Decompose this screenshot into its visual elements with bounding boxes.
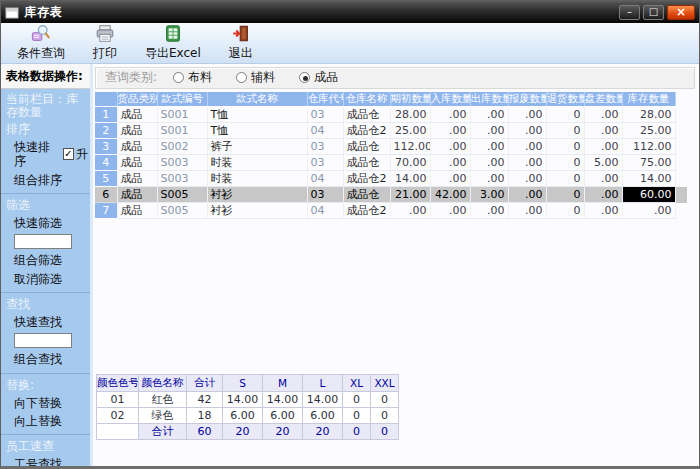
table-row[interactable]: 7成品S005衬衫04成品仓2.00.00.00.000.00.00	[95, 203, 687, 219]
replace-section-title: 替换:	[1, 377, 90, 394]
col-scrap-qty[interactable]: 报废数量	[508, 92, 546, 107]
divider	[1, 193, 90, 194]
sidebar-header: 表格数据操作:	[1, 64, 90, 89]
row-number[interactable]: 4	[95, 155, 117, 171]
title-bar: 库存表 – □ ×	[1, 1, 699, 23]
row-number[interactable]: 6	[95, 187, 117, 203]
query-condition-button[interactable]: 条件查询	[13, 23, 69, 62]
find-section-title: 查找	[1, 296, 90, 313]
empty-grid-area	[95, 219, 695, 374]
col-return-qty[interactable]: 退货数量	[546, 92, 584, 107]
summary-row: 02绿色186.006.006.0000	[97, 408, 399, 424]
table-row[interactable]: 5成品S003时装04成品仓214.00.00.00.000.0014.00	[95, 171, 687, 187]
quick-sort-label: 快速排序	[14, 140, 59, 169]
replace-up-item[interactable]: 向上替换	[1, 412, 90, 430]
col-size-xxl: XXL	[371, 375, 399, 392]
quick-find-item[interactable]: 快速查找	[1, 313, 90, 331]
quick-find-input[interactable]	[14, 333, 72, 348]
col-rownum[interactable]	[95, 92, 117, 107]
radio-circle-icon	[299, 72, 310, 83]
summary-header-row: 颜色色号 颜色名称 合计 S M L XL XXL	[97, 375, 399, 392]
table-row[interactable]: 1成品S001T恤03成品仓28.00.00.00.000.0028.00	[95, 107, 687, 123]
radio-accessory-label: 辅料	[251, 69, 275, 86]
export-excel-label: 导出Excel	[145, 47, 201, 61]
row-number[interactable]: 5	[95, 171, 117, 187]
row-number[interactable]: 3	[95, 139, 117, 155]
divider	[1, 434, 90, 435]
row-number[interactable]: 2	[95, 123, 117, 139]
radio-accessory[interactable]: 辅料	[236, 69, 275, 86]
col-style-name[interactable]: 款式名称	[207, 92, 307, 107]
maximize-button[interactable]: □	[643, 5, 664, 20]
sidebar-panel: 当前栏目：库存数量 排序 快速排序 ✓ 升 组合排序 筛选 快速筛选 组合筛选 …	[1, 89, 90, 466]
combo-find-item[interactable]: 组合查找	[1, 350, 90, 368]
col-goods-category[interactable]: 货品类别	[117, 92, 157, 107]
excel-icon	[163, 24, 183, 47]
row-number[interactable]: 1	[95, 107, 117, 123]
quick-filter-item[interactable]: 快速筛选	[1, 214, 90, 232]
query-category-bar: 查询类别: 布料 辅料 成品	[95, 67, 695, 89]
window-title: 库存表	[24, 4, 616, 21]
col-total: 合计	[187, 375, 223, 392]
print-button[interactable]: 打印	[89, 23, 121, 62]
query-condition-label: 条件查询	[17, 47, 65, 61]
combo-filter-item[interactable]: 组合筛选	[1, 251, 90, 269]
employee-id-find-item[interactable]: 工号查找	[1, 455, 90, 466]
current-column-label: 当前栏目：库存数量	[1, 91, 90, 122]
summary-total-row: 合计6020202000	[97, 424, 399, 440]
close-button[interactable]: ×	[667, 5, 695, 20]
employee-section-title: 员工速查	[1, 438, 90, 455]
inventory-grid: 货品类别 款式编号 款式名称 仓库代号 仓库名称 期初数量 入库数量 出库数量 …	[95, 92, 687, 220]
table-row[interactable]: 4成品S003时装03成品仓70.00.00.00.0005.0075.00	[95, 155, 687, 171]
col-size-s: S	[223, 375, 263, 392]
sort-asc-checkbox[interactable]: ✓	[63, 148, 74, 160]
print-label: 打印	[93, 47, 117, 61]
toolbar: 条件查询 打印 导出Excel 退出	[1, 23, 699, 64]
col-style-number[interactable]: 款式编号	[157, 92, 207, 107]
exit-icon	[231, 24, 251, 47]
col-count-diff-qty[interactable]: 盘差数量	[584, 92, 622, 107]
minimize-button[interactable]: –	[619, 5, 640, 20]
col-inbound-qty[interactable]: 入库数量	[430, 92, 470, 107]
table-row[interactable]: 2成品S001T恤04成品仓225.00.00.00.000.0025.00	[95, 123, 687, 139]
table-row[interactable]: 3成品S002裤子03成品仓112.00.00.00.000.00112.00	[95, 139, 687, 155]
radio-fabric-label: 布料	[188, 69, 212, 86]
app-icon	[5, 6, 19, 19]
col-warehouse-name[interactable]: 仓库名称	[343, 92, 390, 107]
col-size-m: M	[263, 375, 303, 392]
sort-section-title: 排序	[1, 121, 90, 138]
radio-finished-product[interactable]: 成品	[299, 69, 338, 86]
row-number[interactable]: 7	[95, 203, 117, 219]
exit-button[interactable]: 退出	[225, 23, 257, 62]
replace-down-item[interactable]: 向下替换	[1, 394, 90, 412]
col-color-name: 颜色名称	[139, 375, 187, 392]
sort-asc-label: 升	[76, 147, 88, 161]
col-color-code: 颜色色号	[97, 375, 139, 392]
quick-sort-item[interactable]: 快速排序 ✓ 升	[1, 138, 90, 171]
export-excel-button[interactable]: 导出Excel	[141, 23, 205, 62]
cancel-filter-item[interactable]: 取消筛选	[1, 270, 90, 288]
app-window: 库存表 – □ × 条件查询 打印 导出Excel 退	[0, 0, 700, 469]
radio-circle-icon	[173, 72, 184, 83]
col-stock-qty[interactable]: 库存数量	[622, 92, 675, 107]
col-initial-qty[interactable]: 期初数量	[390, 92, 430, 107]
exit-label: 退出	[229, 47, 253, 61]
col-size-xl: XL	[343, 375, 371, 392]
search-icon	[31, 24, 51, 47]
radio-fabric[interactable]: 布料	[173, 69, 212, 86]
combo-sort-item[interactable]: 组合排序	[1, 171, 90, 189]
col-warehouse-code[interactable]: 仓库代号	[307, 92, 343, 107]
table-row-selected[interactable]: 6成品S005衬衫03成品仓21.0042.003.00.000.0060.00	[95, 187, 687, 203]
sidebar: 表格数据操作: 当前栏目：库存数量 排序 快速排序 ✓ 升 组合排序 筛选 快速…	[1, 64, 93, 466]
active-cell[interactable]: 60.00	[622, 187, 675, 203]
col-outbound-qty[interactable]: 出库数量	[470, 92, 508, 107]
query-category-label: 查询类别:	[105, 69, 157, 86]
grid-header-row: 货品类别 款式编号 款式名称 仓库代号 仓库名称 期初数量 入库数量 出库数量 …	[95, 92, 687, 107]
summary-row: 01红色4214.0014.0014.0000	[97, 392, 399, 408]
quick-filter-input[interactable]	[14, 234, 72, 249]
col-filler	[675, 92, 687, 107]
radio-circle-icon	[236, 72, 247, 83]
divider	[1, 373, 90, 374]
divider	[1, 292, 90, 293]
window-body: 表格数据操作: 当前栏目：库存数量 排序 快速排序 ✓ 升 组合排序 筛选 快速…	[1, 64, 699, 466]
